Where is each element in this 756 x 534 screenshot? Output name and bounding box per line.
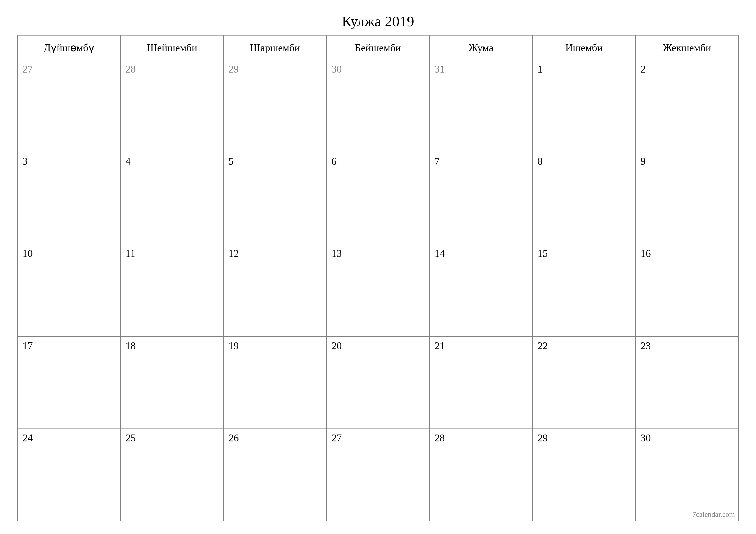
day-number: 24 <box>18 429 120 447</box>
calendar-day-cell: 31 <box>429 60 532 152</box>
calendar-day-cell: 5 <box>224 152 327 244</box>
calendar-day-cell: 10 <box>17 244 121 336</box>
day-number: 1 <box>533 60 635 78</box>
day-number: 19 <box>224 337 326 355</box>
day-number: 29 <box>224 60 326 78</box>
calendar-day-cell: 4 <box>121 152 224 244</box>
day-number: 15 <box>533 244 635 262</box>
calendar-day-cell: 14 <box>429 244 532 336</box>
calendar-table: Дүйшөмбү Шейшемби Шаршемби Бейшемби Жума… <box>17 35 739 521</box>
day-number: 29 <box>533 429 635 447</box>
day-number: 30 <box>636 429 738 447</box>
day-number: 31 <box>430 60 532 78</box>
calendar-day-cell: 6 <box>327 152 429 244</box>
day-number: 23 <box>636 337 738 355</box>
calendar-day-cell: 12 <box>224 244 327 336</box>
calendar-day-cell: 30 7calendar.com <box>635 429 739 521</box>
day-number: 7 <box>430 152 532 170</box>
calendar-week-row: 3 4 5 6 7 8 9 <box>17 152 739 244</box>
calendar-day-cell: 16 <box>635 244 739 336</box>
calendar-day-cell: 29 <box>224 60 327 152</box>
calendar-day-cell: 7 <box>429 152 532 244</box>
day-number: 27 <box>327 429 429 447</box>
day-number: 6 <box>327 152 429 170</box>
calendar-day-cell: 27 <box>327 429 429 521</box>
day-number: 20 <box>327 337 429 355</box>
page-title: Кулжа 2019 <box>17 13 739 30</box>
calendar-body: 27 28 29 30 31 1 2 3 4 5 6 7 8 9 10 11 1… <box>17 60 739 521</box>
calendar-day-cell: 2 <box>635 60 739 152</box>
day-number: 5 <box>224 152 326 170</box>
day-number: 11 <box>121 244 223 262</box>
day-number: 22 <box>533 337 635 355</box>
weekday-header: Жекшемби <box>635 35 739 60</box>
calendar-day-cell: 24 <box>17 429 121 521</box>
calendar-day-cell: 9 <box>635 152 739 244</box>
calendar-week-row: 24 25 26 27 28 29 30 7calendar.com <box>17 429 739 521</box>
calendar-day-cell: 26 <box>224 429 327 521</box>
day-number: 13 <box>327 244 429 262</box>
day-number: 9 <box>636 152 738 170</box>
day-number: 16 <box>636 244 738 262</box>
calendar-week-row: 10 11 12 13 14 15 16 <box>17 244 739 336</box>
footer-credit: 7calendar.com <box>692 510 735 519</box>
day-number: 27 <box>18 60 120 78</box>
day-number: 28 <box>430 429 532 447</box>
calendar-day-cell: 20 <box>327 337 429 429</box>
day-number: 14 <box>430 244 532 262</box>
weekday-header: Жума <box>429 35 532 60</box>
day-number: 17 <box>18 337 120 355</box>
day-number: 2 <box>636 60 738 78</box>
day-number: 18 <box>121 337 223 355</box>
calendar-day-cell: 17 <box>17 337 121 429</box>
day-number: 26 <box>224 429 326 447</box>
calendar-day-cell: 8 <box>532 152 635 244</box>
calendar-day-cell: 11 <box>121 244 224 336</box>
calendar-day-cell: 13 <box>327 244 429 336</box>
weekday-header: Бейшемби <box>327 35 429 60</box>
weekday-header: Дүйшөмбү <box>17 35 121 60</box>
day-number: 10 <box>18 244 120 262</box>
calendar-day-cell: 15 <box>532 244 635 336</box>
calendar-day-cell: 3 <box>17 152 121 244</box>
day-number: 25 <box>121 429 223 447</box>
calendar-day-cell: 23 <box>635 337 739 429</box>
calendar-week-row: 27 28 29 30 31 1 2 <box>17 60 739 152</box>
weekday-header: Шаршемби <box>224 35 327 60</box>
calendar-page: Кулжа 2019 Дүйшөмбү Шейшемби Шаршемби Бе… <box>0 0 756 534</box>
calendar-week-row: 17 18 19 20 21 22 23 <box>17 337 739 429</box>
calendar-day-cell: 28 <box>121 60 224 152</box>
weekday-header-row: Дүйшөмбү Шейшемби Шаршемби Бейшемби Жума… <box>17 35 739 60</box>
calendar-day-cell: 27 <box>17 60 121 152</box>
calendar-day-cell: 21 <box>429 337 532 429</box>
calendar-day-cell: 28 <box>429 429 532 521</box>
weekday-header: Шейшемби <box>121 35 224 60</box>
weekday-header: Ишемби <box>532 35 635 60</box>
day-number: 30 <box>327 60 429 78</box>
day-number: 28 <box>121 60 223 78</box>
day-number: 12 <box>224 244 326 262</box>
calendar-day-cell: 1 <box>532 60 635 152</box>
day-number: 8 <box>533 152 635 170</box>
day-number: 21 <box>430 337 532 355</box>
calendar-day-cell: 19 <box>224 337 327 429</box>
calendar-day-cell: 29 <box>532 429 635 521</box>
calendar-day-cell: 25 <box>121 429 224 521</box>
calendar-day-cell: 30 <box>327 60 429 152</box>
day-number: 3 <box>18 152 120 170</box>
calendar-day-cell: 18 <box>121 337 224 429</box>
calendar-day-cell: 22 <box>532 337 635 429</box>
day-number: 4 <box>121 152 223 170</box>
